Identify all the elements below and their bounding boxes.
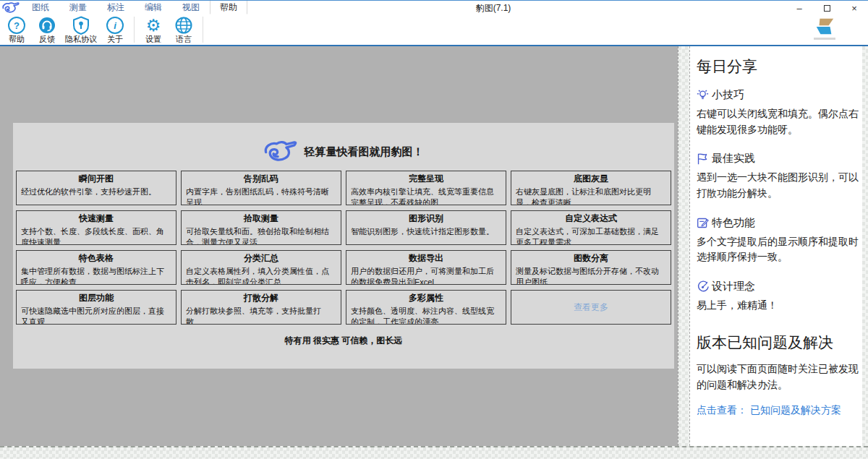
brand-logo-caption (814, 38, 835, 40)
card-desc: 用户的数据归还用户，可将测量和加工后的数据免费导出到Excel。 (351, 266, 501, 285)
headset-icon (38, 16, 56, 35)
see-more-link[interactable]: 查看更多 (574, 301, 608, 314)
card-title: 分类汇总 (186, 252, 336, 265)
feature-card: 瞬间开图经过优化的软件引擎，支持秒速开图。 (16, 171, 176, 205)
privacy-policy-button[interactable]: 隐私协议 (62, 14, 100, 45)
tab-measure-label: 测量 (69, 1, 87, 14)
feedback-button-label: 反馈 (39, 35, 55, 44)
feature-card: 分类汇总自定义表格属性列，填入分类属性值，点击列名，即刻完成分类汇总。 (181, 250, 341, 285)
section-feature: 特色功能 多个文字提取后的显示顺序和提取时选择顺序保持一致。 (697, 216, 862, 265)
tab-drawing[interactable]: 图纸 (22, 1, 59, 14)
tab-measure[interactable]: 测量 (59, 1, 97, 14)
sidebar-splitter[interactable] (678, 46, 689, 446)
feature-card: 快速测量支持个数、长度、多段线长度、面积、角度快速测量。 (16, 210, 176, 245)
known-issues-link[interactable]: 已知问题及解决方案 (750, 404, 841, 416)
card-title: 数据导出 (351, 252, 501, 265)
card-desc: 集中管理所有数据，数据与图纸标注上下呼应，方便检查。 (21, 266, 171, 285)
section-tip-title: 小技巧 (712, 88, 744, 102)
card-desc: 自定义表格属性列，填入分类属性值，点击列名，即刻完成分类汇总。 (186, 266, 336, 285)
tab-help[interactable]: 帮助 (210, 1, 247, 14)
card-desc: 经过优化的软件引擎，支持秒速开图。 (21, 186, 171, 197)
feature-panel: 轻算量快看图就用豹图！ 瞬间开图经过优化的软件引擎，支持秒速开图。 告别乱码内置… (13, 123, 674, 369)
minimize-button[interactable]: – (786, 1, 813, 15)
about-button[interactable]: i 关于 (100, 14, 130, 45)
known-issues-title: 版本已知问题及解决 (697, 333, 862, 353)
settings-button[interactable]: ⚙ 设置 (138, 14, 169, 45)
feature-card: 图层功能可快速隐藏选中图元所对应的图层，直接又直观。 (16, 290, 176, 325)
see-more-card[interactable]: 查看更多 (511, 290, 671, 325)
known-issues-text: 可以阅读下面页面随时关注已被发现的问题和解决办法。 (697, 361, 862, 392)
card-title: 自定义表达式 (516, 213, 666, 225)
titlebar: 图纸 测量 标注 编辑 视图 帮助 豹图(7.1) – × (0, 0, 868, 14)
restore-button[interactable] (813, 1, 841, 15)
help-circle-icon: ? (7, 16, 26, 35)
tab-annotate-label: 标注 (107, 1, 124, 14)
feature-card: 告别乱码内置字库，告别图纸乱码，特殊符号清晰呈现。 (181, 171, 341, 205)
section-best-practice-text: 遇到一选一大块不能图形识别，可以打散功能分解块。 (697, 170, 862, 201)
daily-share-sidebar: 每日分享 小技巧 右键可以关闭线宽和填充。偶尔点右键能发现很多功能呀。 最佳实践… (689, 46, 862, 446)
feature-card: 自定义表达式自定义表达式，可深加工基础数据，满足更多工程量需求。 (511, 210, 671, 245)
right-edge-strip (862, 46, 868, 446)
card-desc: 可快速隐藏选中图元所对应的图层，直接又直观。 (21, 306, 171, 325)
leopard-logo-icon (264, 140, 297, 163)
language-button[interactable]: 语言 (169, 14, 199, 45)
section-tip: 小技巧 右键可以关闭线宽和填充。偶尔点右键能发现很多功能呀。 (697, 88, 862, 137)
ribbon-separator (134, 17, 135, 43)
card-title: 快速测量 (21, 213, 171, 225)
feature-card: 图形识别智能识别图形，快速统计指定图形数量。 (346, 210, 506, 245)
gear-icon: ⚙ (146, 16, 161, 35)
section-best-practice: 最佳实践 遇到一选一大块不能图形识别，可以打散功能分解块。 (697, 152, 862, 201)
section-best-practice-title: 最佳实践 (712, 152, 755, 166)
tab-edit[interactable]: 编辑 (135, 1, 172, 14)
info-circle-icon: i (106, 16, 124, 35)
privacy-policy-button-label: 隐私协议 (65, 35, 97, 44)
card-desc: 右键灰显底图，让标注和底图对比更明显，检查更清晰。 (516, 186, 666, 205)
bottom-edge-strip (0, 446, 868, 459)
feature-grid: 瞬间开图经过优化的软件引擎，支持秒速开图。 告别乱码内置字库，告别图纸乱码，特殊… (13, 171, 674, 325)
link-prefix: 点击查看： (697, 404, 747, 416)
card-desc: 分解打散块参照、填充等，支持批量打散。 (186, 306, 336, 325)
help-button-label: 帮助 (9, 35, 25, 44)
window-controls: – × (786, 1, 868, 15)
section-philosophy: 设计理念 易上手，难精通！ (697, 280, 862, 314)
panel-slogan: 轻算量快看图就用豹图！ (305, 145, 424, 159)
close-button[interactable]: × (841, 1, 868, 15)
help-button[interactable]: ? 帮助 (1, 14, 32, 45)
tab-annotate[interactable]: 标注 (97, 1, 135, 14)
feature-card: 打散分解分解打散块参照、填充等，支持批量打散。 (181, 290, 341, 325)
ribbon-toolbar: ? 帮助 反馈 隐私协议 i 关于 ⚙ 设置 语言 (0, 14, 868, 45)
card-title: 图形识别 (351, 213, 501, 225)
svg-text:i: i (114, 20, 116, 31)
tab-view[interactable]: 视图 (172, 1, 210, 14)
tab-view-label: 视图 (182, 1, 200, 14)
dart-target-icon (697, 280, 709, 293)
card-desc: 支持个数、长度、多段线长度、面积、角度快速测量。 (21, 226, 171, 245)
card-title: 底图灰显 (516, 173, 666, 185)
shield-privacy-icon (72, 16, 90, 35)
about-button-label: 关于 (107, 35, 123, 44)
tab-drawing-label: 图纸 (32, 1, 49, 14)
tab-help-label: 帮助 (220, 1, 237, 14)
feedback-button[interactable]: 反馈 (32, 14, 62, 45)
drawing-canvas[interactable]: 轻算量快看图就用豹图！ 瞬间开图经过优化的软件引擎，支持秒速开图。 告别乱码内置… (0, 46, 678, 446)
brand-s-logo-icon (812, 17, 838, 44)
app-leopard-logo-icon[interactable] (0, 1, 22, 14)
language-button-label: 语言 (176, 35, 192, 44)
card-desc: 内置字库，告别图纸乱码，特殊符号清晰呈现。 (186, 186, 336, 205)
svg-text:?: ? (14, 20, 20, 31)
feature-card: 数据导出用户的数据归还用户，可将测量和加工后的数据免费导出到Excel。 (346, 250, 506, 285)
feature-panel-header: 轻算量快看图就用豹图！ (13, 123, 674, 171)
panel-tagline: 特有用 很实惠 可信赖，图长远 (13, 335, 674, 347)
window-title: 豹图(7.1) (476, 1, 511, 15)
ribbon-separator (203, 17, 203, 43)
card-title: 图层功能 (21, 292, 171, 304)
flag-icon (697, 153, 709, 165)
section-feature-title: 特色功能 (712, 216, 755, 230)
settings-button-label: 设置 (145, 35, 161, 44)
feature-card: 多彩属性支持颜色、透明度、标注内容、线型线宽的定制，工作完成的漂亮。 (346, 290, 506, 325)
feature-card: 拾取测量可拾取矢量线和面。独创拾取和绘制相结合，测量方便又灵活。 (181, 210, 341, 245)
card-title: 打散分解 (186, 292, 336, 304)
feature-card: 图数分离测量及标记数据与图纸分开存储，不改动用户图纸。 (511, 250, 671, 285)
restore-icon (824, 5, 830, 12)
sidebar-title: 每日分享 (697, 56, 862, 77)
